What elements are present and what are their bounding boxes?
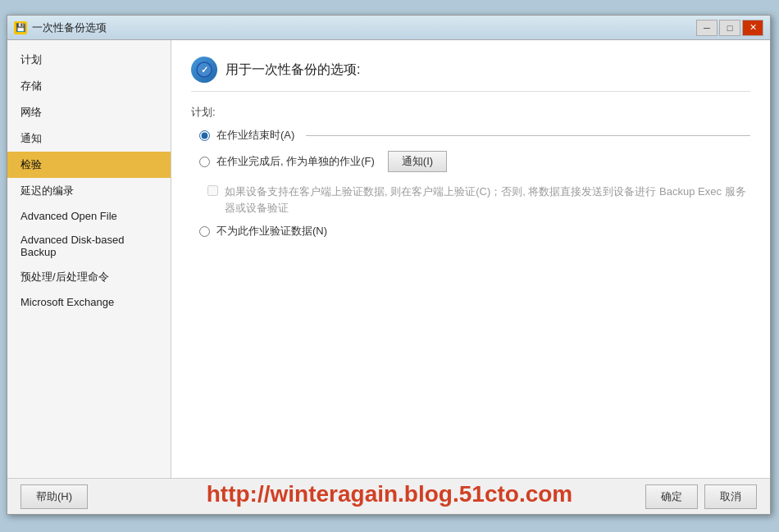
sidebar-item-pre-post[interactable]: 预处理/后处理命令 (7, 264, 171, 290)
radio-after-job[interactable] (199, 157, 210, 167)
dialog-window: 💾 一次性备份选项 ─ □ ✕ 计划 存储 网络 通知 检验 延迟的编录 Adv… (7, 15, 771, 515)
radio-end-of-job-label[interactable]: 在作业结束时(A) (216, 128, 294, 143)
radio-no-verify[interactable] (199, 226, 210, 237)
sidebar-item-notify[interactable]: 通知 (7, 125, 171, 152)
cancel-button[interactable]: 取消 (704, 484, 757, 509)
sidebar-item-advanced-open[interactable]: Advanced Open File (7, 204, 171, 228)
panel-header-icon: ✓ (191, 57, 217, 83)
sidebar: 计划 存储 网络 通知 检验 延迟的编录 Advanced Open File … (7, 40, 171, 478)
radio-item-end-of-job: 在作业结束时(A) (199, 128, 750, 143)
panel-header: ✓ 用于一次性备份的选项: (191, 57, 750, 92)
app-icon: 💾 (14, 21, 27, 34)
sidebar-item-verify[interactable]: 检验 (7, 152, 171, 178)
content-area: 计划 存储 网络 通知 检验 延迟的编录 Advanced Open File … (7, 40, 770, 478)
titlebar-buttons: ─ □ ✕ (696, 20, 763, 36)
bottom-bar: 帮助(H) 确定 取消 (7, 478, 770, 514)
help-button[interactable]: 帮助(H) (20, 484, 88, 509)
radio-group: 在作业结束时(A) 在作业完成后, 作为单独的作业(F) 通知(I) 如果设备支… (191, 128, 750, 239)
checkbox-client-verify-label: 如果设备支持在客户端上验证数据, 则在客户端上验证(C)；否则, 将数据直接发送… (225, 184, 750, 216)
window-title: 一次性备份选项 (32, 20, 107, 35)
bottom-left: 帮助(H) (20, 484, 88, 509)
titlebar-left: 💾 一次性备份选项 (14, 20, 107, 35)
sidebar-item-network[interactable]: 网络 (7, 99, 171, 125)
sidebar-item-advanced-disk[interactable]: Advanced Disk-based Backup (7, 228, 171, 264)
titlebar: 💾 一次性备份选项 ─ □ ✕ (7, 16, 770, 40)
radio-item-after-job: 在作业完成后, 作为单独的作业(F) 通知(I) (199, 151, 750, 172)
schedule-line (306, 135, 750, 136)
bottom-right: 确定 取消 (645, 484, 757, 509)
checkbox-client-verify-input[interactable] (207, 185, 218, 196)
sidebar-item-schedule[interactable]: 计划 (7, 47, 171, 73)
radio-no-verify-label[interactable]: 不为此作业验证数据(N) (216, 224, 327, 239)
close-button[interactable]: ✕ (742, 20, 763, 36)
notify-button[interactable]: 通知(I) (388, 151, 447, 172)
maximize-button[interactable]: □ (719, 20, 740, 36)
radio-item-no-verify: 不为此作业验证数据(N) (199, 224, 750, 239)
checkbox-client-verify: 如果设备支持在客户端上验证数据, 则在客户端上验证(C)；否则, 将数据直接发送… (199, 184, 750, 216)
radio-after-job-label[interactable]: 在作业完成后, 作为单独的作业(F) (216, 154, 375, 169)
radio-end-of-job[interactable] (199, 130, 210, 141)
sidebar-item-storage[interactable]: 存储 (7, 73, 171, 99)
main-panel: ✓ 用于一次性备份的选项: 计划: 在作业结束时(A) 在作业完成后, (171, 40, 770, 478)
minimize-button[interactable]: ─ (696, 20, 718, 36)
sidebar-item-delay-edit[interactable]: 延迟的编录 (7, 178, 171, 204)
section-label: 计划: (191, 105, 750, 120)
svg-text:✓: ✓ (201, 65, 208, 75)
sidebar-item-exchange[interactable]: Microsoft Exchange (7, 290, 171, 314)
ok-button[interactable]: 确定 (645, 484, 698, 509)
panel-title: 用于一次性备份的选项: (226, 61, 360, 79)
